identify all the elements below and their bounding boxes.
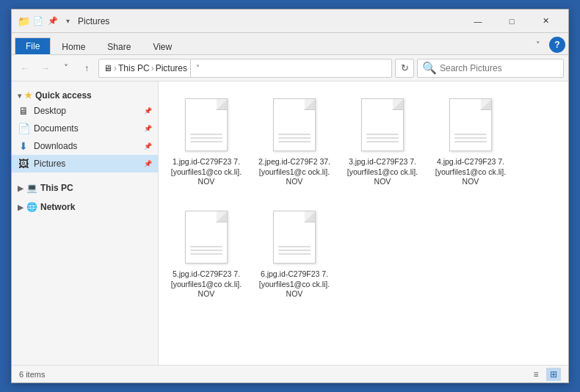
file-lines-2 bbox=[278, 134, 311, 145]
file-icon-container-5 bbox=[181, 208, 232, 266]
network-header[interactable]: ▶ 🌐 Network bbox=[12, 197, 158, 214]
path-separator-2: › bbox=[151, 63, 154, 73]
file-icon-container-1 bbox=[181, 95, 232, 154]
downloads-icon: ⬇ bbox=[18, 140, 29, 152]
list-view-button[interactable]: ≡ bbox=[529, 368, 543, 381]
title-bar-icons: 📁 📄 📌 ▾ bbox=[18, 15, 73, 27]
close-button[interactable]: ✕ bbox=[529, 10, 562, 33]
item-count: 6 items bbox=[19, 370, 45, 379]
file-name-4: 4.jpg.id-C279F23 7.[yourfiles1@co ck.li]… bbox=[434, 157, 507, 187]
documents-pin-icon: 📌 bbox=[144, 125, 152, 132]
quick-access-expand-icon: ▾ bbox=[18, 92, 21, 100]
file-page-1 bbox=[185, 98, 228, 151]
file-page-5 bbox=[185, 211, 228, 264]
sidebar-documents-label: Documents bbox=[34, 123, 139, 134]
downloads-pin-icon: 📌 bbox=[144, 142, 152, 150]
file-item-6[interactable]: 6.jpg.id-C279F23 7.[yourfiles1@co ck.li]… bbox=[254, 201, 335, 306]
file-icon-container-6 bbox=[269, 208, 320, 266]
quick-access-label: Quick access bbox=[35, 90, 92, 101]
network-icon: 🌐 bbox=[26, 202, 37, 212]
network-label: Network bbox=[40, 202, 75, 212]
pictures-pin-icon: 📌 bbox=[144, 160, 152, 167]
main-content: ▾ ★ Quick access 🖥 Desktop 📌 📄 Documents… bbox=[12, 81, 568, 365]
grid-view-button[interactable]: ⊞ bbox=[546, 368, 561, 381]
back-button[interactable]: ← bbox=[16, 59, 34, 77]
quick-access-header[interactable]: ▾ ★ Quick access bbox=[12, 86, 158, 102]
sidebar-item-documents[interactable]: 📄 Documents 📌 bbox=[12, 120, 158, 137]
file-lines-6 bbox=[278, 246, 311, 257]
file-area: 1.jpg.id-C279F23 7.[yourfiles1@co ck.li]… bbox=[159, 81, 568, 365]
file-page-2 bbox=[273, 98, 316, 151]
file-icon-container-3 bbox=[357, 95, 408, 154]
file-item-2[interactable]: 2.jpeg.id-C279F2 37.[yourfiles1@c ock.li… bbox=[254, 89, 335, 194]
window-title: Pictures bbox=[78, 16, 461, 26]
documents-icon: 📄 bbox=[18, 123, 29, 134]
file-page-3 bbox=[361, 98, 404, 151]
address-path[interactable]: 🖥 › This PC › Pictures ˅ bbox=[98, 59, 392, 78]
address-bar: ← → ˅ ↑ 🖥 › This PC › Pictures ˅ ↻ 🔍 bbox=[12, 55, 568, 81]
minimize-button[interactable]: — bbox=[461, 10, 495, 33]
file-icon-container-4 bbox=[445, 95, 496, 154]
file-grid: 1.jpg.id-C279F23 7.[yourfiles1@co ck.li]… bbox=[166, 89, 561, 306]
file-lines-5 bbox=[190, 246, 222, 257]
file-name-1: 1.jpg.id-C279F23 7.[yourfiles1@co ck.li]… bbox=[170, 157, 243, 187]
path-computer-icon: 🖥 bbox=[104, 63, 112, 73]
path-dropdown-button[interactable]: ˅ bbox=[190, 59, 205, 78]
file-name-3: 3.jpg.id-C279F23 7.[yourfiles1@co ck.li]… bbox=[346, 157, 419, 187]
desktop-icon: 🖥 bbox=[18, 105, 29, 117]
recent-locations-button[interactable]: ˅ bbox=[57, 59, 75, 77]
title-dropdown-icon[interactable]: ▾ bbox=[62, 15, 73, 27]
this-pc-label: This PC bbox=[40, 183, 73, 193]
sidebar-item-pictures[interactable]: 🖼 Pictures 📌 bbox=[12, 155, 158, 173]
up-button[interactable]: ↑ bbox=[78, 59, 95, 77]
file-name-6: 6.jpg.id-C279F23 7.[yourfiles1@co ck.li]… bbox=[258, 269, 331, 300]
status-bar: 6 items ≡ ⊞ bbox=[12, 365, 568, 382]
sidebar: ▾ ★ Quick access 🖥 Desktop 📌 📄 Documents… bbox=[12, 81, 159, 365]
file-item-5[interactable]: 5.jpg.id-C279F23 7.[yourfiles1@co ck.li]… bbox=[166, 201, 247, 306]
tab-view[interactable]: View bbox=[142, 38, 183, 55]
quick-access-star-icon: ★ bbox=[24, 90, 32, 101]
explorer-window: 📁 📄 📌 ▾ Pictures — □ ✕ File Home Share V… bbox=[11, 9, 569, 383]
maximize-button[interactable]: □ bbox=[495, 10, 529, 33]
search-icon: 🔍 bbox=[422, 61, 437, 75]
file-name-2: 2.jpeg.id-C279F2 37.[yourfiles1@c ock.li… bbox=[258, 157, 331, 187]
pictures-icon: 🖼 bbox=[18, 158, 29, 170]
file-page-4 bbox=[449, 98, 492, 151]
file-item-1[interactable]: 1.jpg.id-C279F23 7.[yourfiles1@co ck.li]… bbox=[166, 89, 247, 194]
search-input[interactable] bbox=[440, 63, 559, 73]
pin-icon: 📌 bbox=[47, 15, 59, 27]
path-pictures: Pictures bbox=[156, 63, 187, 73]
this-pc-expand-icon: ▶ bbox=[18, 184, 23, 192]
file-item-3[interactable]: 3.jpg.id-C279F23 7.[yourfiles1@co ck.li]… bbox=[342, 89, 423, 194]
folder-icon: 📁 bbox=[18, 15, 29, 27]
tab-home[interactable]: Home bbox=[51, 38, 96, 55]
sidebar-downloads-label: Downloads bbox=[34, 141, 139, 151]
sidebar-pictures-label: Pictures bbox=[34, 159, 139, 169]
help-button[interactable]: ? bbox=[549, 37, 565, 53]
file-icon-container-2 bbox=[269, 95, 320, 154]
search-box[interactable]: 🔍 bbox=[417, 59, 564, 78]
file-name-5: 5.jpg.id-C279F23 7.[yourfiles1@co ck.li]… bbox=[170, 269, 243, 300]
path-this-pc: This PC bbox=[118, 63, 150, 73]
sidebar-desktop-label: Desktop bbox=[34, 106, 139, 116]
tab-file[interactable]: File bbox=[15, 37, 51, 55]
file-lines-1 bbox=[190, 134, 222, 145]
file-lines-4 bbox=[454, 134, 487, 145]
this-pc-header[interactable]: ▶ 💻 This PC bbox=[12, 178, 158, 195]
path-separator-1: › bbox=[114, 63, 117, 73]
forward-button[interactable]: → bbox=[37, 59, 54, 77]
document-icon: 📄 bbox=[32, 15, 44, 27]
file-page-6 bbox=[273, 211, 316, 264]
this-pc-icon: 💻 bbox=[26, 183, 37, 193]
desktop-pin-icon: 📌 bbox=[144, 107, 152, 115]
tab-share[interactable]: Share bbox=[96, 38, 142, 55]
ribbon-tabs: File Home Share View ˅ ? bbox=[12, 33, 568, 55]
title-bar: 📁 📄 📌 ▾ Pictures — □ ✕ bbox=[12, 10, 568, 33]
sidebar-item-downloads[interactable]: ⬇ Downloads 📌 bbox=[12, 137, 158, 155]
file-lines-3 bbox=[366, 134, 399, 145]
file-item-4[interactable]: 4.jpg.id-C279F23 7.[yourfiles1@co ck.li]… bbox=[430, 89, 511, 194]
sidebar-item-desktop[interactable]: 🖥 Desktop 📌 bbox=[12, 102, 158, 120]
refresh-button[interactable]: ↻ bbox=[395, 59, 414, 78]
window-controls: — □ ✕ bbox=[461, 10, 562, 33]
ribbon-collapse-button[interactable]: ˅ bbox=[530, 37, 546, 53]
